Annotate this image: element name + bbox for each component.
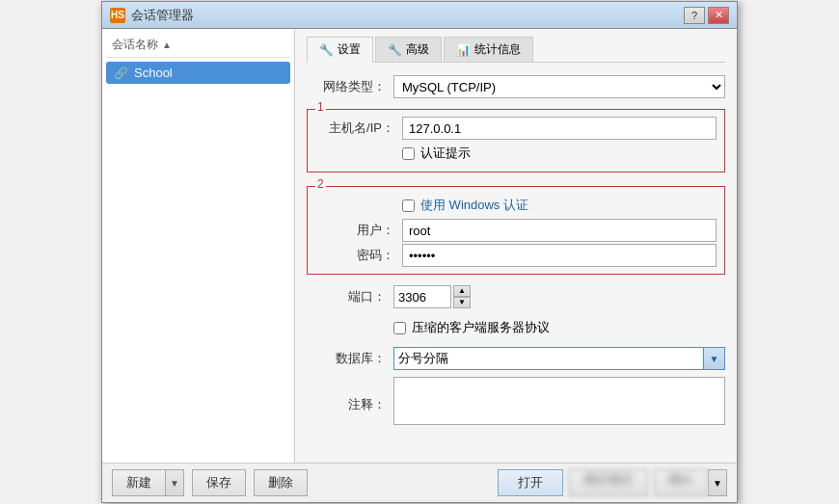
auth-prompt-checkbox-row: 认证提示 xyxy=(402,145,471,162)
sort-icon: ▲ xyxy=(162,40,172,50)
win-auth-label: 使用 Windows 认证 xyxy=(420,197,528,214)
port-input[interactable] xyxy=(393,285,451,308)
password-row: 密码： xyxy=(315,243,717,268)
sidebar-header: 会话名称 ▲ xyxy=(106,33,290,58)
user-row: 用户： xyxy=(315,218,717,243)
new-button-split: 新建 ▼ xyxy=(112,469,184,496)
blurred-button-1[interactable]: 确定确定 xyxy=(569,469,648,496)
tab-stats[interactable]: 📊 统计信息 xyxy=(444,37,533,62)
window-footer: 新建 ▼ 保存 删除 打开 确定确定 确认 ▼ xyxy=(102,463,737,502)
user-label: 用户： xyxy=(315,222,402,239)
notes-label: 注释： xyxy=(307,392,393,413)
new-button-arrow[interactable]: ▼ xyxy=(165,469,184,496)
main-window: HS 会话管理器 ? ✕ 会话名称 ▲ 🔗 School 🔧 xyxy=(101,1,738,503)
password-input[interactable] xyxy=(402,244,717,267)
network-type-select[interactable]: MySQL (TCP/IP) MySQL (SSH Tunnel) MySQL … xyxy=(393,75,725,98)
db-input[interactable] xyxy=(393,347,704,370)
win-auth-checkbox[interactable] xyxy=(402,199,415,212)
delete-button[interactable]: 删除 xyxy=(254,469,308,496)
tab-bar: 🔧 设置 🔧 高级 📊 统计信息 xyxy=(307,37,725,63)
port-up-button[interactable]: ▲ xyxy=(453,285,471,297)
user-control xyxy=(402,219,717,242)
tab-settings[interactable]: 🔧 设置 xyxy=(307,37,373,63)
sidebar-item-school[interactable]: 🔗 School xyxy=(106,62,290,84)
compress-checkbox[interactable] xyxy=(393,322,406,334)
port-row: 端口： ▲ ▼ xyxy=(307,284,725,309)
section-number-2: 2 xyxy=(315,177,326,191)
tab-advanced[interactable]: 🔧 高级 xyxy=(375,37,442,62)
password-label: 密码： xyxy=(315,247,402,264)
host-input[interactable] xyxy=(402,117,717,140)
open-button[interactable]: 打开 xyxy=(498,469,563,496)
main-panel: 🔧 设置 🔧 高级 📊 统计信息 网络类型： xyxy=(295,29,737,463)
win-auth-checkbox-row: 使用 Windows 认证 xyxy=(402,197,528,214)
port-down-button[interactable]: ▼ xyxy=(453,297,471,308)
port-label: 端口： xyxy=(307,288,393,305)
footer-left-buttons: 新建 ▼ 保存 删除 xyxy=(112,469,308,496)
db-select-row: ▼ xyxy=(393,347,725,370)
network-type-control: MySQL (TCP/IP) MySQL (SSH Tunnel) MySQL … xyxy=(393,75,725,98)
blurred-button-2[interactable]: 确认 xyxy=(654,469,708,496)
tab-settings-label: 设置 xyxy=(338,41,361,58)
close-button[interactable]: ✕ xyxy=(708,7,729,24)
network-type-label: 网络类型： xyxy=(307,78,393,95)
app-icon: HS xyxy=(110,8,125,23)
host-label: 主机名/IP： xyxy=(315,119,402,137)
tab-advanced-label: 高级 xyxy=(406,41,429,58)
form-section: 网络类型： MySQL (TCP/IP) MySQL (SSH Tunnel) … xyxy=(307,74,725,428)
settings-tab-icon: 🔧 xyxy=(319,43,334,57)
sidebar: 会话名称 ▲ 🔗 School xyxy=(102,29,295,463)
port-control: ▲ ▼ xyxy=(393,285,725,308)
user-input[interactable] xyxy=(402,219,717,242)
tab-stats-label: 统计信息 xyxy=(474,41,521,58)
auth-prompt-checkbox[interactable] xyxy=(402,147,415,160)
auth-prompt-row: 认证提示 xyxy=(315,141,717,166)
host-row: 主机名/IP： xyxy=(315,116,717,141)
notes-textarea[interactable] xyxy=(393,377,725,425)
win-auth-row: 使用 Windows 认证 xyxy=(315,193,717,218)
compress-row: 压缩的客户端服务器协议 xyxy=(307,315,725,340)
database-row: 数据库： ▼ xyxy=(307,346,725,371)
window-body: 会话名称 ▲ 🔗 School 🔧 设置 🔧 高级 � xyxy=(102,29,737,463)
compress-label: 压缩的客户端服务器协议 xyxy=(412,319,550,336)
footer-right-buttons: 打开 确定确定 确认 ▼ xyxy=(498,469,727,496)
db-label: 数据库： xyxy=(307,350,393,367)
notes-row: 注释： xyxy=(307,377,725,428)
db-control: ▼ xyxy=(393,347,725,370)
section-box-1: 1 主机名/IP： 认证提示 xyxy=(307,109,725,172)
help-button[interactable]: ? xyxy=(684,7,705,24)
blurred-split-button: 确认 ▼ xyxy=(654,469,727,496)
window-controls: ? ✕ xyxy=(684,7,729,24)
port-spinner: ▲ ▼ xyxy=(453,285,471,308)
save-button[interactable]: 保存 xyxy=(192,469,246,496)
db-dropdown-button[interactable]: ▼ xyxy=(704,347,725,370)
notes-control xyxy=(393,377,725,428)
advanced-tab-icon: 🔧 xyxy=(388,43,402,57)
new-button[interactable]: 新建 xyxy=(112,469,165,496)
port-spinner-row: ▲ ▼ xyxy=(393,285,725,308)
password-control xyxy=(402,244,717,267)
sidebar-header-label: 会话名称 xyxy=(112,37,158,53)
network-type-row: 网络类型： MySQL (TCP/IP) MySQL (SSH Tunnel) … xyxy=(307,74,725,99)
window-title: 会话管理器 xyxy=(131,7,684,24)
section-number-1: 1 xyxy=(315,100,326,114)
compress-checkbox-row: 压缩的客户端服务器协议 xyxy=(393,319,550,336)
auth-prompt-label: 认证提示 xyxy=(420,145,471,162)
host-control xyxy=(402,117,717,140)
blurred-dropdown-button[interactable]: ▼ xyxy=(708,469,727,496)
section-box-2: 2 使用 Windows 认证 用户： xyxy=(307,186,725,275)
stats-tab-icon: 📊 xyxy=(456,43,471,57)
session-icon: 🔗 xyxy=(114,66,128,80)
title-bar: HS 会话管理器 ? ✕ xyxy=(102,2,737,29)
sidebar-item-label: School xyxy=(134,66,173,80)
